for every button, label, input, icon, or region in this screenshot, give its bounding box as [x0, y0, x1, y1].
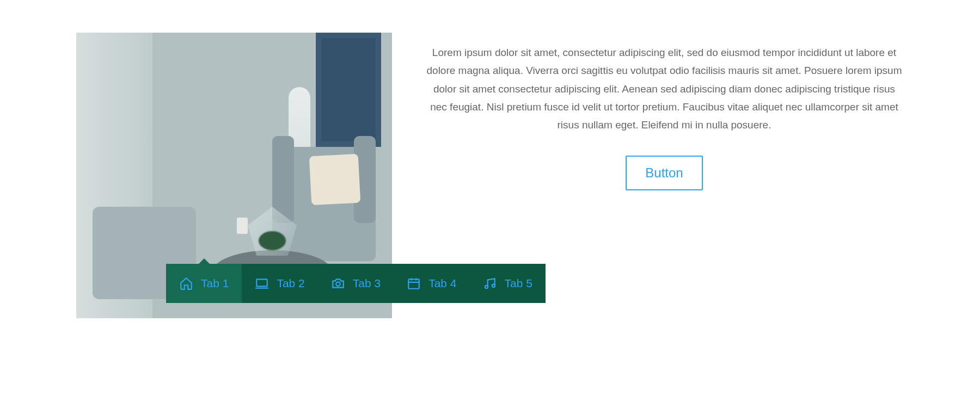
- tab-3[interactable]: Tab 3: [318, 264, 394, 303]
- svg-point-4: [492, 284, 494, 287]
- cta-button[interactable]: Button: [626, 156, 702, 190]
- camera-icon: [331, 276, 345, 290]
- home-icon: [179, 276, 193, 290]
- tab-label: Tab 1: [201, 277, 229, 290]
- description-text: Lorem ipsum dolor sit amet, consectetur …: [425, 44, 904, 134]
- calendar-icon: [407, 276, 421, 290]
- svg-point-3: [485, 286, 487, 288]
- tab-1[interactable]: Tab 1: [166, 264, 242, 303]
- svg-rect-0: [257, 279, 268, 286]
- tab-label: Tab 3: [353, 277, 381, 290]
- tab-label: Tab 2: [277, 277, 304, 290]
- tab-label: Tab 4: [428, 277, 456, 290]
- tab-label: Tab 5: [505, 277, 532, 290]
- laptop-icon: [255, 276, 269, 290]
- tab-4[interactable]: Tab 4: [394, 264, 469, 303]
- svg-point-1: [336, 282, 340, 286]
- tab-5[interactable]: Tab 5: [470, 264, 546, 303]
- tab-2[interactable]: Tab 2: [242, 264, 317, 303]
- tabs-bar: Tab 1 Tab 2 Tab 3 Tab 4 Tab 5: [166, 264, 546, 303]
- svg-rect-2: [408, 279, 419, 288]
- music-icon: [483, 276, 497, 290]
